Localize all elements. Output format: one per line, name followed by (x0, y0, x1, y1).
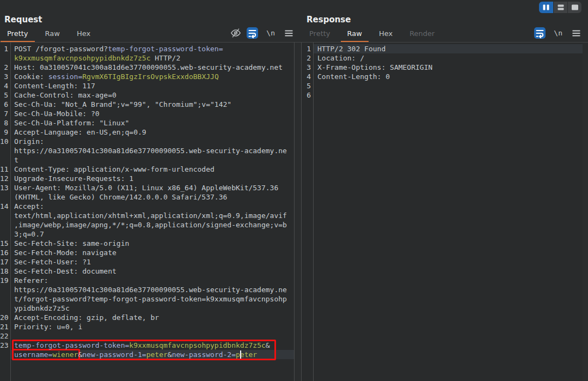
request-editor-row: ,image/webp,image/apng,*/*;q=0.8,applica… (14, 220, 287, 229)
request-tab-hex[interactable]: Hex (70, 26, 97, 43)
columns-layout-button[interactable] (539, 2, 553, 13)
request-editor-row: t/forgot-password?temp-forgot-password-t… (14, 294, 287, 304)
request-editor[interactable]: 1234567891011121314151617181920212223POS… (0, 43, 295, 381)
request-menu-button[interactable] (285, 29, 293, 37)
request-editor-row: Content-Length: 117 (14, 81, 287, 90)
request-editor-row: https://0a310057041c300a81d6e37700090055… (14, 285, 287, 294)
request-editor-row: Upgrade-Insecure-Requests: 1 (14, 174, 287, 183)
request-editor-row: Sec-Ch-Ua-Platform: "Linux" (14, 118, 287, 128)
response-editor-row: HTTP/2 302 Found (317, 44, 432, 53)
response-toolbar: \n (534, 27, 580, 39)
response-newline-glyph-button[interactable]: \n (554, 29, 562, 37)
request-editor-row: Cache-Control: max-age=0 (14, 90, 287, 100)
single-layout-button[interactable] (567, 2, 581, 13)
request-editor-row (14, 331, 287, 341)
request-editor-row: k9xxmusqmfavcnpsohpypidbnkdz7z5c HTTP/2 (14, 53, 287, 63)
response-line-numbers: 123456 (302, 43, 314, 381)
request-editor-row: Accept: (14, 202, 287, 211)
response-panel-title: Response (307, 14, 351, 25)
response-word-wrap-button[interactable] (534, 27, 546, 39)
response-editor-row: X-Frame-Options: SAMEORIGIN (317, 63, 432, 72)
request-editor-row: Accept-Encoding: gzip, deflate, br (14, 313, 287, 322)
response-tab-hex[interactable]: Hex (372, 26, 399, 43)
request-text-caret (240, 350, 241, 359)
request-editor-row: t (14, 155, 287, 165)
request-editor-row: Cookie: session=RgvmX6TIgBIgzIrsOvpskExx… (14, 72, 287, 81)
request-editor-row: Priority: u=0, i (14, 322, 287, 331)
request-editor-row: Origin: (14, 137, 287, 146)
response-menu-button[interactable] (572, 29, 580, 37)
request-word-wrap-button[interactable] (247, 27, 258, 39)
request-text: POST /forgot-password?temp-forgot-passwo… (14, 44, 287, 359)
request-editor-row: Referer: (14, 276, 287, 285)
response-tab-render[interactable]: Render (403, 26, 441, 43)
response-editor-row (317, 81, 432, 90)
response-tab-raw[interactable]: Raw (341, 26, 369, 43)
request-editor-row: text/html,application/xhtml+xml,applicat… (14, 211, 287, 220)
response-tab-pretty[interactable]: Pretty (303, 26, 337, 43)
request-tabbar: PrettyRawHex (1, 26, 101, 43)
request-editor-row: Sec-Fetch-Dest: document (14, 267, 287, 276)
request-editor-row: username=wiener&new-password-1=peter&new… (14, 350, 287, 359)
response-editor-row: Content-Length: 0 (317, 72, 432, 81)
request-editor-row: Sec-Fetch-Site: same-origin (14, 239, 287, 248)
request-editor-row: 3;q=0.7 (14, 229, 287, 239)
request-eye-off-button[interactable] (230, 28, 241, 38)
response-editor-row: Location: / (317, 53, 432, 63)
request-editor-row: temp-forgot-password-token=k9xxmusqmfavc… (14, 341, 287, 350)
request-editor-row: POST /forgot-password?temp-forgot-passwo… (14, 44, 287, 53)
rows-layout-button[interactable] (553, 2, 567, 13)
response-text: HTTP/2 302 FoundLocation: /X-Frame-Optio… (317, 44, 432, 100)
request-editor-row: Sec-Ch-Ua-Mobile: ?0 (14, 109, 287, 118)
request-line-numbers: 1234567891011121314151617181920212223 (0, 43, 11, 381)
request-editor-row: Host: 0a310057041c300a81d6e37700090055.w… (14, 63, 287, 72)
request-editor-row: Sec-Fetch-User: ?1 (14, 257, 287, 267)
request-newline-glyph-button[interactable]: \n (266, 29, 275, 37)
request-editor-row: (KHTML, like Gecko) Chrome/142.0.0.0 Saf… (14, 192, 287, 202)
repeater-window: Request Response PrettyRawHex PrettyRawH… (0, 0, 588, 381)
request-editor-row: Sec-Fetch-Mode: navigate (14, 248, 287, 257)
request-editor-row: User-Agent: Mozilla/5.0 (X11; Linux x86_… (14, 183, 287, 192)
response-editor-row (317, 90, 432, 100)
request-editor-row: Sec-Ch-Ua: "Not_A Brand";v="99", "Chromi… (14, 100, 287, 109)
request-tab-pretty[interactable]: Pretty (1, 26, 35, 43)
request-editor-row: https://0a310057041c300a81d6e37700090055… (14, 146, 287, 155)
request-editor-row: Content-Type: application/x-www-form-url… (14, 165, 287, 174)
layout-switcher (539, 2, 581, 13)
request-editor-row: Accept-Language: en-US,en;q=0.9 (14, 128, 287, 137)
response-tabbar: PrettyRawHexRender (303, 26, 445, 43)
request-editor-row: ypidbnkdz7z5c (14, 304, 287, 313)
request-panel-title: Request (4, 14, 42, 25)
request-toolbar: \n (230, 27, 293, 39)
request-tab-raw[interactable]: Raw (39, 26, 66, 43)
response-editor[interactable]: 123456HTTP/2 302 FoundLocation: /X-Frame… (301, 43, 583, 381)
